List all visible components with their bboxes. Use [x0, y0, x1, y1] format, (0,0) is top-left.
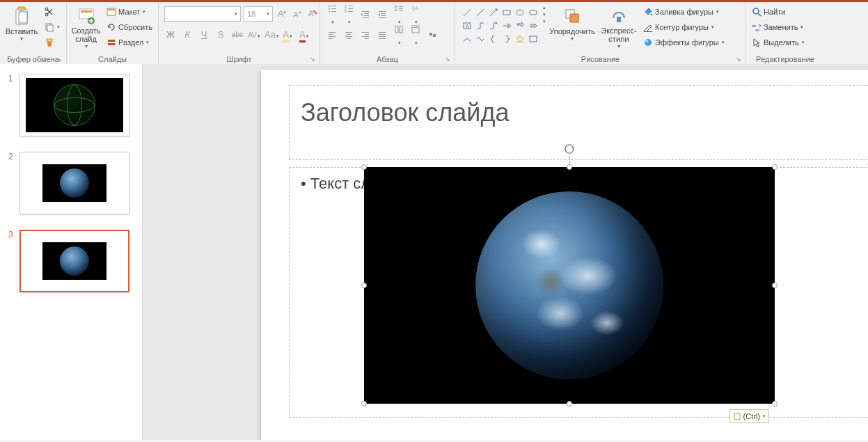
- numbering-button[interactable]: 123▾: [342, 3, 355, 26]
- resize-handle[interactable]: [361, 283, 367, 288]
- selected-image[interactable]: (Ctrl) ▾: [364, 167, 775, 404]
- thumb-number: 1: [8, 74, 15, 136]
- grow-font-button[interactable]: A▴: [276, 8, 288, 19]
- copy-button[interactable]: ▾: [42, 20, 63, 34]
- shape-effects-button[interactable]: Эффекты фигуры▾: [640, 35, 727, 49]
- select-button[interactable]: Выделить▾: [749, 35, 807, 49]
- justify-button[interactable]: [376, 30, 388, 42]
- format-painter-button[interactable]: [42, 35, 63, 49]
- cursor-icon: [752, 38, 762, 47]
- replace-button[interactable]: abacЗаменить▾: [749, 20, 807, 34]
- highlight-button[interactable]: A▾: [281, 29, 294, 40]
- svg-rect-45: [347, 34, 351, 35]
- shape-arrow-icon[interactable]: [527, 19, 539, 32]
- shape-arrow-icon[interactable]: [514, 19, 526, 32]
- effects-icon: [643, 38, 653, 47]
- shape-arrow-icon[interactable]: [500, 19, 513, 32]
- thumb-2[interactable]: 2: [0, 149, 142, 227]
- font-color-button[interactable]: A▾: [298, 29, 310, 40]
- body-placeholder-text: • Текст сл: [301, 175, 370, 192]
- font-size-combo[interactable]: 18▾: [244, 6, 273, 22]
- shape-outline-button[interactable]: Контур фигуры▾: [640, 20, 727, 34]
- shape-brace-icon[interactable]: [500, 33, 513, 45]
- italic-button[interactable]: К: [181, 29, 194, 40]
- shadow-button[interactable]: S: [214, 29, 227, 40]
- reset-button[interactable]: Сбросить: [104, 20, 155, 34]
- char-spacing-button[interactable]: AV▾: [248, 29, 260, 40]
- bold-button[interactable]: Ж: [164, 29, 177, 40]
- change-case-button[interactable]: Aa▾: [265, 29, 277, 40]
- paste-button[interactable]: Вставить ▾: [3, 3, 40, 49]
- resize-handle[interactable]: [772, 401, 778, 407]
- shape-arrow-icon[interactable]: [487, 6, 500, 19]
- shape-connector-icon[interactable]: [474, 19, 487, 32]
- increase-indent-button[interactable]: [376, 9, 388, 21]
- dialog-launcher-icon[interactable]: ↘: [56, 56, 62, 63]
- group-slides: Создать слайд ▾ Макет▾ Сбросить Раздел▾ …: [67, 2, 159, 64]
- gallery-more-icon[interactable]: ▾: [543, 19, 546, 24]
- replace-icon: abac: [752, 22, 762, 32]
- paste-options-button[interactable]: (Ctrl) ▾: [729, 409, 769, 423]
- shape-curve-icon[interactable]: [474, 33, 487, 45]
- svg-rect-1: [18, 7, 25, 10]
- shrink-font-button[interactable]: A▾: [291, 10, 303, 19]
- strike-button[interactable]: abc: [231, 31, 244, 38]
- shape-roundrect-icon[interactable]: [527, 6, 539, 19]
- rotate-handle[interactable]: [564, 143, 575, 155]
- thumb-3[interactable]: 3: [0, 227, 142, 305]
- shape-oval-icon[interactable]: [514, 6, 526, 19]
- bullets-button[interactable]: ▾: [326, 3, 338, 26]
- canvas[interactable]: Заголовок слайда • Текст сл (Ctrl): [143, 64, 868, 440]
- shape-star-icon[interactable]: [514, 33, 526, 45]
- text-direction-button[interactable]: ⅠA▾: [409, 3, 422, 26]
- shape-rect-icon[interactable]: [500, 6, 513, 19]
- title-placeholder[interactable]: Заголовок слайда: [289, 85, 868, 160]
- layout-button[interactable]: Макет▾: [104, 5, 155, 19]
- align-text-button[interactable]: ▾: [409, 24, 422, 47]
- resize-handle[interactable]: [772, 283, 778, 288]
- gallery-up-icon[interactable]: ▴: [543, 5, 546, 10]
- shapes-gallery[interactable]: A: [461, 6, 539, 45]
- shape-line-icon[interactable]: [474, 6, 487, 19]
- columns-button[interactable]: ▾: [393, 24, 405, 47]
- dialog-launcher-icon[interactable]: ↘: [736, 56, 741, 63]
- clear-format-button[interactable]: A: [306, 8, 319, 20]
- dialog-launcher-icon[interactable]: ↘: [445, 56, 450, 63]
- shape-line-icon[interactable]: [461, 6, 473, 19]
- cut-button[interactable]: [42, 5, 63, 19]
- shape-textbox-icon[interactable]: A: [461, 19, 473, 32]
- section-button[interactable]: Раздел▾: [104, 35, 155, 49]
- underline-button[interactable]: Ч: [198, 29, 210, 40]
- shape-brace-icon[interactable]: [487, 33, 500, 45]
- shape-connector-icon[interactable]: [487, 19, 500, 32]
- group-paragraph-label: Абзац↘: [323, 54, 452, 64]
- resize-handle[interactable]: [567, 164, 572, 170]
- shape-fill-button[interactable]: Заливка фигуры▾: [640, 5, 727, 19]
- new-slide-button[interactable]: Создать слайд ▾: [70, 3, 102, 49]
- resize-handle[interactable]: [567, 401, 572, 407]
- slide[interactable]: Заголовок слайда • Текст сл (Ctrl): [261, 70, 868, 440]
- svg-rect-55: [379, 38, 386, 39]
- align-right-button[interactable]: [359, 30, 372, 42]
- shape-action-icon[interactable]: [527, 33, 539, 45]
- arrange-button[interactable]: Упорядочить ▾: [547, 3, 597, 49]
- smartart-button[interactable]: [426, 30, 439, 42]
- svg-rect-38: [399, 10, 403, 11]
- ribbon: Вставить ▾ ▾ Буфер обмена↘ Создать слайд…: [0, 0, 868, 64]
- shape-curve-icon[interactable]: [461, 33, 473, 45]
- quick-styles-button[interactable]: Экспресс- стили ▾: [599, 3, 639, 49]
- gallery-down-icon[interactable]: ▾: [543, 12, 546, 17]
- line-spacing-button[interactable]: ▾: [393, 3, 405, 26]
- decrease-indent-button[interactable]: [359, 9, 372, 21]
- svg-rect-13: [108, 40, 115, 42]
- resize-handle[interactable]: [361, 401, 367, 407]
- svg-rect-30: [364, 15, 369, 16]
- find-button[interactable]: Найти: [749, 5, 807, 19]
- dialog-launcher-icon[interactable]: ↘: [310, 56, 315, 63]
- resize-handle[interactable]: [772, 164, 778, 170]
- resize-handle[interactable]: [361, 164, 367, 170]
- thumb-1[interactable]: 1: [0, 71, 142, 149]
- font-name-combo[interactable]: ▾: [164, 6, 241, 22]
- align-center-button[interactable]: [342, 30, 355, 42]
- align-left-button[interactable]: [326, 30, 338, 42]
